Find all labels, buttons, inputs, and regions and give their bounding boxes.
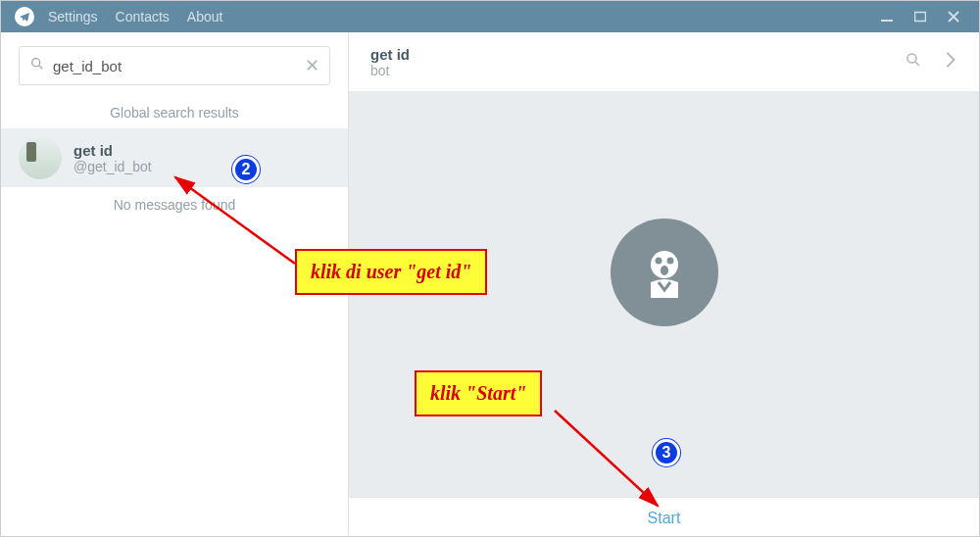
svg-point-9 (661, 266, 668, 275)
annotation-callout-start: klik "Start" (415, 370, 542, 416)
search-box[interactable]: ✕ (19, 46, 330, 85)
svg-rect-1 (915, 13, 926, 22)
chat-subtitle: bot (370, 63, 410, 78)
clear-search-icon[interactable]: ✕ (305, 55, 319, 76)
svg-point-4 (907, 54, 916, 63)
svg-rect-0 (881, 20, 893, 22)
bot-avatar (611, 219, 718, 326)
result-name: get id (74, 142, 152, 159)
menu-contacts[interactable]: Contacts (116, 9, 170, 24)
menu-settings[interactable]: Settings (48, 9, 98, 24)
svg-line-5 (915, 62, 919, 66)
svg-line-3 (39, 66, 42, 69)
svg-point-2 (32, 59, 40, 67)
svg-point-8 (666, 258, 673, 265)
chat-footer: Start (349, 497, 979, 537)
result-avatar (19, 136, 62, 179)
no-messages-label: No messages found (1, 187, 348, 220)
chat-more-icon[interactable] (944, 51, 957, 73)
start-button[interactable]: Start (648, 510, 681, 527)
menu-bar: Settings Contacts About (48, 9, 881, 24)
svg-point-7 (655, 258, 662, 265)
global-search-label: Global search results (1, 95, 348, 128)
annotation-callout-user: klik di user "get id" (295, 249, 487, 295)
search-result-item[interactable]: get id @get_id_bot (1, 128, 348, 187)
search-input[interactable] (53, 58, 305, 74)
minimize-icon[interactable] (881, 11, 893, 23)
maximize-icon[interactable] (914, 11, 926, 23)
search-icon (29, 56, 45, 75)
chat-title: get id (370, 46, 410, 63)
annotation-badge-3: 3 (653, 439, 680, 466)
annotation-badge-2: 2 (232, 156, 260, 183)
menu-about[interactable]: About (187, 9, 223, 24)
telegram-app-icon (15, 7, 34, 26)
result-username: @get_id_bot (74, 159, 152, 174)
chat-search-icon[interactable] (905, 51, 922, 73)
close-icon[interactable] (948, 11, 959, 23)
window-controls (881, 11, 971, 23)
titlebar: Settings Contacts About (1, 1, 979, 32)
chat-header: get id bot (349, 32, 979, 91)
